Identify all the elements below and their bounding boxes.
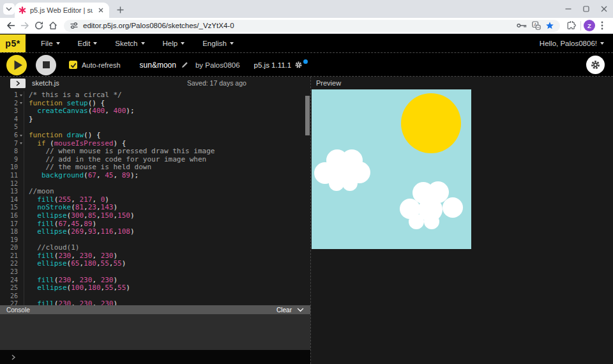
menu-file[interactable]: File [32,34,69,53]
code-line[interactable]: 4} [0,116,310,124]
line-number[interactable]: 14 [0,196,24,204]
line-number[interactable]: 18 [0,228,24,236]
chevron-down-icon [93,42,97,45]
profile-avatar[interactable]: Z [584,20,595,31]
line-number[interactable]: 8 [0,148,24,156]
console-panel: Console Clear [0,305,310,364]
url-text[interactable]: editor.p5js.org/Palos0806/sketches/_VzYt… [83,22,512,29]
back-button[interactable] [4,19,18,33]
fold-arrow-icon[interactable] [20,142,22,144]
site-settings-icon[interactable] [70,21,79,30]
forward-button[interactable] [18,19,32,33]
code-editor[interactable]: 1/* this is a circal */2function setup()… [0,89,310,305]
tab-title: p5.js Web Editor | sun&moo [30,6,93,14]
line-number[interactable]: 3 [0,107,24,116]
console-clear-button[interactable]: Clear [276,307,292,314]
p5-toolbar: Auto-refresh sun&moon by Palos0806 p5.js… [0,54,613,77]
menu-help[interactable]: Help [154,34,194,53]
line-number[interactable]: 25 [0,284,24,292]
screen: p5.js Web Editor | sun&moo editor.p5js.o… [0,0,613,364]
line-number[interactable]: 24 [0,277,24,285]
code-line[interactable]: 22 ellipse(65,180,55,55) [0,260,310,268]
code-line[interactable]: 25 ellipse(100,180,55,55) [0,284,310,292]
menu-edit[interactable]: Edit [69,34,107,53]
play-button[interactable] [6,55,27,75]
window-close-button[interactable] [595,0,613,18]
console-output[interactable] [0,314,310,350]
line-number[interactable]: 11 [0,172,24,180]
line-number[interactable]: 4 [0,116,24,124]
autorefresh-label[interactable]: Auto-refresh [82,61,121,69]
home-button[interactable] [46,19,60,33]
stop-button[interactable] [36,55,56,75]
cloud-shape [342,176,358,191]
menu-sketch[interactable]: Sketch [106,34,153,53]
account-menu[interactable]: Hello, Palos0806! [540,40,613,47]
line-number[interactable]: 15 [0,204,24,212]
window-maximize-button[interactable] [577,0,595,18]
line-number[interactable]: 16 [0,212,24,220]
console-footer [0,350,310,364]
edit-pencil-icon[interactable] [181,61,188,68]
p5-logo[interactable]: p5* [0,34,26,52]
browser-tab[interactable]: p5.js Web Editor | sun&moo [15,3,109,18]
line-number[interactable]: 19 [0,236,24,245]
autorefresh-checkbox[interactable] [69,61,77,69]
browser-menu-icon[interactable] [595,19,609,33]
reload-button[interactable] [32,19,46,33]
window-controls [559,0,613,18]
fold-arrow-icon[interactable] [20,102,22,104]
console-collapse-icon[interactable] [297,308,304,312]
line-number[interactable]: 1 [0,91,24,100]
tab-search-button[interactable] [3,3,15,15]
settings-button[interactable] [586,56,605,74]
line-number[interactable]: 6 [0,132,24,140]
translate-icon[interactable]: A [532,21,541,30]
line-number[interactable]: 17 [0,220,24,229]
editor-scrollbar[interactable] [305,96,310,135]
line-number[interactable]: 7 [0,140,24,148]
cloud-shape [409,214,424,229]
chevron-down-icon [141,42,145,45]
code-line[interactable]: 11 background(67, 45, 89); [0,172,310,180]
line-number[interactable]: 5 [0,123,24,132]
version-settings-icon[interactable] [294,61,303,69]
url-input[interactable]: editor.p5js.org/Palos0806/sketches/_VzYt… [64,20,560,32]
password-key-icon[interactable] [517,22,527,29]
line-number[interactable]: 27 [0,300,24,305]
browser-toolbar: editor.p5js.org/Palos0806/sketches/_VzYt… [0,18,613,34]
sidebar-expand-button[interactable] [10,79,26,88]
line-number[interactable]: 13 [0,188,24,196]
bookmark-star-icon[interactable] [545,21,554,30]
prompt-chevron-icon[interactable] [11,354,15,360]
new-tab-button[interactable] [115,4,125,15]
menu-language[interactable]: English [193,34,243,53]
sketch-canvas[interactable] [312,89,471,249]
line-number[interactable]: 23 [0,268,24,277]
line-number[interactable]: 20 [0,244,24,252]
code-line[interactable]: 18 ellipse(269,93,116,108) [0,228,310,236]
line-number[interactable]: 21 [0,252,24,261]
sketch-name[interactable]: sun&moon [140,61,176,70]
line-number[interactable]: 22 [0,260,24,268]
stop-icon [43,61,50,68]
sketch-owner[interactable]: by Palos0806 [195,61,240,69]
line-number[interactable]: 26 [0,292,24,301]
toolbar-divider [580,21,581,31]
file-tab-sketchjs[interactable]: sketch.js [32,79,59,87]
line-number[interactable]: 12 [0,180,24,188]
check-icon [70,62,77,68]
line-number[interactable]: 9 [0,156,24,164]
tab-close-icon[interactable] [96,6,105,15]
window-minimize-button[interactable] [559,0,577,18]
line-number[interactable]: 2 [0,100,24,108]
sun-shape [401,93,461,153]
code-line[interactable]: 3 createCanvas(400, 400); [0,107,310,116]
fold-arrow-icon[interactable] [20,135,22,137]
code-line[interactable]: 27 fill(230, 230, 230) [0,300,310,305]
line-number[interactable]: 10 [0,163,24,172]
editor-pane: sketch.js Saved: 17 days ago 1/* this is… [0,77,311,364]
chevron-down-icon [181,42,185,45]
extensions-icon[interactable] [564,19,578,33]
fold-arrow-icon[interactable] [20,95,22,96]
